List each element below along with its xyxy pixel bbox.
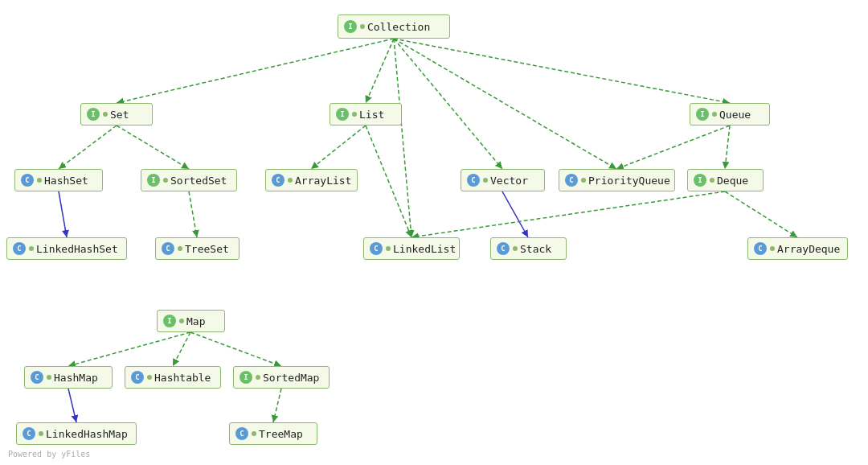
- icon-linkedhashmap: C: [23, 427, 35, 440]
- label-hashtable: Hashtable: [154, 372, 211, 384]
- label-hashmap: HashMap: [54, 372, 98, 384]
- dot-map: [179, 319, 184, 323]
- dot-stack: [513, 246, 518, 251]
- icon-sortedset: I: [147, 174, 160, 187]
- dot-deque: [710, 178, 714, 183]
- node-arraylist[interactable]: C ArrayList: [265, 169, 358, 191]
- label-arraydeque: ArrayDeque: [777, 243, 840, 255]
- node-sortedset[interactable]: I SortedSet: [141, 169, 237, 191]
- label-arraylist: ArrayList: [295, 175, 351, 187]
- node-treemap[interactable]: C TreeMap: [229, 422, 317, 445]
- node-stack[interactable]: C Stack: [490, 237, 567, 260]
- label-collection: Collection: [367, 21, 430, 33]
- icon-map: I: [163, 315, 176, 327]
- icon-hashset: C: [21, 174, 34, 187]
- dot-hashmap: [47, 375, 51, 380]
- dot-set: [103, 112, 108, 117]
- node-hashtable[interactable]: C Hashtable: [125, 366, 221, 389]
- icon-linkedlist: C: [370, 242, 383, 255]
- icon-hashmap: C: [31, 371, 43, 384]
- node-set[interactable]: I Set: [80, 103, 153, 126]
- svg-line-18: [411, 191, 725, 237]
- label-queue: Queue: [719, 109, 751, 121]
- node-deque[interactable]: I Deque: [687, 169, 764, 191]
- node-hashmap[interactable]: C HashMap: [24, 366, 113, 389]
- svg-line-5: [394, 39, 616, 169]
- dot-linkedlist: [386, 246, 391, 251]
- label-priorityqueue: PriorityQueue: [588, 175, 670, 187]
- icon-arraydeque: C: [754, 242, 767, 255]
- dot-sortedmap: [256, 375, 260, 380]
- icon-priorityqueue: C: [565, 174, 578, 187]
- node-linkedlist[interactable]: C LinkedList: [363, 237, 460, 260]
- dot-list: [352, 112, 357, 117]
- dot-arraylist: [288, 178, 293, 183]
- node-hashset[interactable]: C HashSet: [14, 169, 103, 191]
- icon-treeset: C: [162, 242, 174, 255]
- node-map[interactable]: I Map: [157, 310, 225, 332]
- dot-collection: [360, 24, 365, 29]
- svg-line-8: [59, 126, 117, 169]
- label-linkedhashset: LinkedHashSet: [36, 243, 118, 255]
- svg-line-14: [59, 191, 67, 237]
- icon-sortedmap: I: [240, 371, 252, 384]
- dot-queue: [712, 112, 717, 117]
- node-queue[interactable]: I Queue: [690, 103, 770, 126]
- node-list[interactable]: I List: [330, 103, 402, 126]
- dot-treeset: [178, 246, 182, 251]
- label-set: Set: [110, 109, 129, 121]
- svg-line-12: [616, 126, 730, 169]
- svg-line-15: [189, 191, 197, 237]
- label-treemap: TreeMap: [259, 428, 303, 440]
- svg-line-11: [366, 126, 411, 237]
- svg-line-22: [68, 389, 76, 422]
- svg-line-7: [394, 39, 411, 237]
- svg-line-6: [394, 39, 502, 169]
- label-treeset: TreeSet: [185, 243, 229, 255]
- dot-sortedset: [163, 178, 168, 183]
- dot-priorityqueue: [581, 178, 586, 183]
- label-sortedmap: SortedMap: [263, 372, 319, 384]
- icon-set: I: [87, 108, 100, 121]
- svg-line-9: [117, 126, 189, 169]
- icon-deque: I: [694, 174, 706, 187]
- icon-hashtable: C: [131, 371, 144, 384]
- diagram-container: I Collection I Set I List I Queue C Hash…: [0, 0, 868, 465]
- node-priorityqueue[interactable]: C PriorityQueue: [559, 169, 675, 191]
- icon-collection: I: [344, 20, 357, 33]
- node-vector[interactable]: C Vector: [461, 169, 545, 191]
- svg-line-23: [273, 389, 281, 422]
- icon-queue: I: [696, 108, 709, 121]
- dot-linkedhashset: [29, 246, 34, 251]
- svg-line-20: [173, 332, 190, 366]
- svg-line-17: [725, 191, 797, 237]
- svg-line-10: [311, 126, 366, 169]
- dot-arraydeque: [770, 246, 775, 251]
- icon-vector: C: [467, 174, 480, 187]
- icon-stack: C: [497, 242, 510, 255]
- label-list: List: [359, 109, 384, 121]
- label-sortedset: SortedSet: [170, 175, 227, 187]
- node-linkedhashset[interactable]: C LinkedHashSet: [6, 237, 127, 260]
- label-map: Map: [186, 315, 205, 327]
- icon-treemap: C: [235, 427, 248, 440]
- dot-treemap: [252, 431, 256, 436]
- node-sortedmap[interactable]: I SortedMap: [233, 366, 330, 389]
- dot-linkedhashmap: [39, 431, 43, 436]
- label-vector: Vector: [490, 175, 528, 187]
- node-arraydeque[interactable]: C ArrayDeque: [747, 237, 848, 260]
- arrows-svg: [0, 0, 868, 465]
- node-treeset[interactable]: C TreeSet: [155, 237, 240, 260]
- dot-hashtable: [147, 375, 152, 380]
- dot-vector: [483, 178, 488, 183]
- svg-line-4: [394, 39, 730, 103]
- icon-arraylist: C: [272, 174, 285, 187]
- svg-line-13: [725, 126, 730, 169]
- svg-line-2: [117, 39, 394, 103]
- dot-hashset: [37, 178, 42, 183]
- svg-line-3: [366, 39, 394, 103]
- node-collection[interactable]: I Collection: [338, 14, 450, 39]
- node-linkedhashmap[interactable]: C LinkedHashMap: [16, 422, 137, 445]
- label-hashset: HashSet: [44, 175, 88, 187]
- label-deque: Deque: [717, 175, 748, 187]
